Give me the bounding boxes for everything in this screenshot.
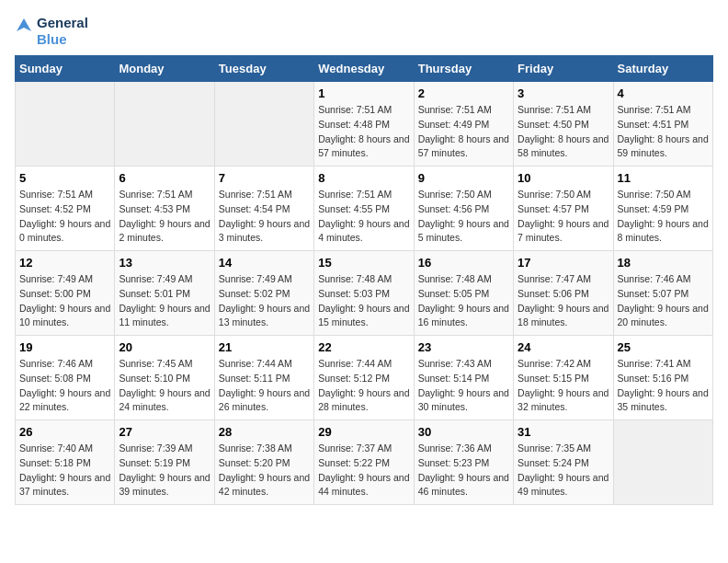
- calendar-cell: 26Sunrise: 7:40 AM Sunset: 5:18 PM Dayli…: [16, 420, 115, 505]
- day-info: Sunrise: 7:44 AM Sunset: 5:11 PM Dayligh…: [219, 358, 310, 412]
- calendar-table: SundayMondayTuesdayWednesdayThursdayFrid…: [15, 55, 713, 505]
- day-info: Sunrise: 7:51 AM Sunset: 4:49 PM Dayligh…: [418, 104, 509, 158]
- header: General Blue: [15, 15, 713, 48]
- calendar-cell: 11Sunrise: 7:50 AM Sunset: 4:59 PM Dayli…: [613, 167, 712, 251]
- calendar-cell: 14Sunrise: 7:49 AM Sunset: 5:02 PM Dayli…: [214, 251, 313, 336]
- day-number: 25: [618, 340, 709, 354]
- weekday-header-wednesday: Wednesday: [314, 56, 414, 82]
- week-row-2: 5Sunrise: 7:51 AM Sunset: 4:52 PM Daylig…: [16, 167, 713, 251]
- day-info: Sunrise: 7:51 AM Sunset: 4:54 PM Dayligh…: [219, 189, 310, 243]
- calendar-cell: [115, 82, 214, 167]
- day-info: Sunrise: 7:51 AM Sunset: 4:50 PM Dayligh…: [518, 104, 609, 158]
- day-number: 7: [219, 171, 310, 185]
- weekday-header-monday: Monday: [115, 56, 214, 82]
- day-number: 6: [119, 171, 210, 185]
- calendar-cell: 20Sunrise: 7:45 AM Sunset: 5:10 PM Dayli…: [115, 336, 214, 420]
- calendar-cell: [214, 82, 313, 167]
- week-row-1: 1Sunrise: 7:51 AM Sunset: 4:48 PM Daylig…: [16, 82, 713, 167]
- day-number: 10: [518, 171, 609, 185]
- day-info: Sunrise: 7:49 AM Sunset: 5:02 PM Dayligh…: [219, 273, 310, 327]
- day-info: Sunrise: 7:37 AM Sunset: 5:22 PM Dayligh…: [318, 442, 409, 497]
- calendar-cell: 13Sunrise: 7:49 AM Sunset: 5:01 PM Dayli…: [115, 251, 214, 336]
- weekday-header-thursday: Thursday: [414, 56, 513, 82]
- day-number: 26: [19, 425, 110, 439]
- day-info: Sunrise: 7:40 AM Sunset: 5:18 PM Dayligh…: [19, 442, 110, 497]
- day-number: 5: [19, 171, 110, 185]
- logo: General Blue: [15, 15, 88, 48]
- day-number: 28: [219, 425, 310, 439]
- day-info: Sunrise: 7:38 AM Sunset: 5:20 PM Dayligh…: [219, 442, 310, 497]
- calendar-cell: 9Sunrise: 7:50 AM Sunset: 4:56 PM Daylig…: [414, 167, 513, 251]
- day-info: Sunrise: 7:49 AM Sunset: 5:01 PM Dayligh…: [119, 273, 210, 327]
- day-info: Sunrise: 7:50 AM Sunset: 4:59 PM Dayligh…: [618, 189, 709, 243]
- day-info: Sunrise: 7:51 AM Sunset: 4:55 PM Dayligh…: [318, 189, 409, 243]
- day-info: Sunrise: 7:48 AM Sunset: 5:05 PM Dayligh…: [418, 273, 509, 327]
- calendar-cell: 12Sunrise: 7:49 AM Sunset: 5:00 PM Dayli…: [16, 251, 115, 336]
- day-number: 11: [618, 171, 709, 185]
- calendar-cell: 18Sunrise: 7:46 AM Sunset: 5:07 PM Dayli…: [613, 251, 712, 336]
- calendar-cell: [16, 82, 115, 167]
- day-number: 23: [418, 340, 509, 354]
- day-number: 19: [19, 340, 110, 354]
- day-number: 21: [219, 340, 310, 354]
- day-info: Sunrise: 7:46 AM Sunset: 5:07 PM Dayligh…: [618, 273, 709, 327]
- calendar-cell: 25Sunrise: 7:41 AM Sunset: 5:16 PM Dayli…: [613, 336, 712, 420]
- day-number: 14: [219, 256, 310, 270]
- day-info: Sunrise: 7:48 AM Sunset: 5:03 PM Dayligh…: [318, 273, 409, 327]
- day-number: 13: [119, 256, 210, 270]
- day-number: 2: [418, 86, 509, 100]
- weekday-header-tuesday: Tuesday: [214, 56, 313, 82]
- calendar-cell: 31Sunrise: 7:35 AM Sunset: 5:24 PM Dayli…: [514, 420, 613, 505]
- day-info: Sunrise: 7:47 AM Sunset: 5:06 PM Dayligh…: [518, 273, 609, 327]
- calendar-cell: 27Sunrise: 7:39 AM Sunset: 5:19 PM Dayli…: [115, 420, 214, 505]
- day-info: Sunrise: 7:35 AM Sunset: 5:24 PM Dayligh…: [518, 442, 609, 497]
- day-number: 12: [19, 256, 110, 270]
- calendar-cell: 19Sunrise: 7:46 AM Sunset: 5:08 PM Dayli…: [16, 336, 115, 420]
- logo-bird-icon: [15, 15, 33, 48]
- day-number: 4: [618, 86, 709, 100]
- day-info: Sunrise: 7:41 AM Sunset: 5:16 PM Dayligh…: [618, 358, 709, 412]
- weekday-header-sunday: Sunday: [16, 56, 115, 82]
- calendar-cell: 7Sunrise: 7:51 AM Sunset: 4:54 PM Daylig…: [214, 167, 313, 251]
- calendar-cell: 6Sunrise: 7:51 AM Sunset: 4:53 PM Daylig…: [115, 167, 214, 251]
- day-number: 9: [418, 171, 509, 185]
- calendar-cell: 1Sunrise: 7:51 AM Sunset: 4:48 PM Daylig…: [314, 82, 414, 167]
- calendar-cell: 17Sunrise: 7:47 AM Sunset: 5:06 PM Dayli…: [514, 251, 613, 336]
- calendar-cell: 2Sunrise: 7:51 AM Sunset: 4:49 PM Daylig…: [414, 82, 513, 167]
- day-info: Sunrise: 7:36 AM Sunset: 5:23 PM Dayligh…: [418, 442, 509, 497]
- calendar-body: 1Sunrise: 7:51 AM Sunset: 4:48 PM Daylig…: [16, 82, 713, 505]
- week-row-3: 12Sunrise: 7:49 AM Sunset: 5:00 PM Dayli…: [16, 251, 713, 336]
- calendar-cell: 8Sunrise: 7:51 AM Sunset: 4:55 PM Daylig…: [314, 167, 414, 251]
- calendar-cell: 15Sunrise: 7:48 AM Sunset: 5:03 PM Dayli…: [314, 251, 414, 336]
- day-info: Sunrise: 7:51 AM Sunset: 4:52 PM Dayligh…: [19, 189, 110, 243]
- day-info: Sunrise: 7:42 AM Sunset: 5:15 PM Dayligh…: [518, 358, 609, 412]
- day-info: Sunrise: 7:46 AM Sunset: 5:08 PM Dayligh…: [19, 358, 110, 412]
- week-row-4: 19Sunrise: 7:46 AM Sunset: 5:08 PM Dayli…: [16, 336, 713, 420]
- calendar-cell: 3Sunrise: 7:51 AM Sunset: 4:50 PM Daylig…: [514, 82, 613, 167]
- day-number: 1: [318, 86, 409, 100]
- day-number: 22: [318, 340, 409, 354]
- day-number: 8: [318, 171, 409, 185]
- logo-container: General Blue: [15, 15, 88, 48]
- day-number: 20: [119, 340, 210, 354]
- day-number: 27: [119, 425, 210, 439]
- svg-marker-0: [17, 18, 31, 31]
- day-info: Sunrise: 7:51 AM Sunset: 4:48 PM Dayligh…: [318, 104, 409, 158]
- day-number: 15: [318, 256, 409, 270]
- day-number: 29: [318, 425, 409, 439]
- calendar-cell: 29Sunrise: 7:37 AM Sunset: 5:22 PM Dayli…: [314, 420, 414, 505]
- day-number: 16: [418, 256, 509, 270]
- calendar-cell: 4Sunrise: 7:51 AM Sunset: 4:51 PM Daylig…: [613, 82, 712, 167]
- calendar-cell: 30Sunrise: 7:36 AM Sunset: 5:23 PM Dayli…: [414, 420, 513, 505]
- day-info: Sunrise: 7:51 AM Sunset: 4:51 PM Dayligh…: [618, 104, 709, 158]
- day-info: Sunrise: 7:44 AM Sunset: 5:12 PM Dayligh…: [318, 358, 409, 412]
- day-number: 31: [518, 425, 609, 439]
- week-row-5: 26Sunrise: 7:40 AM Sunset: 5:18 PM Dayli…: [16, 420, 713, 505]
- calendar-cell: 21Sunrise: 7:44 AM Sunset: 5:11 PM Dayli…: [214, 336, 313, 420]
- day-info: Sunrise: 7:51 AM Sunset: 4:53 PM Dayligh…: [119, 189, 210, 243]
- logo-text: General Blue: [37, 15, 88, 48]
- calendar-cell: 28Sunrise: 7:38 AM Sunset: 5:20 PM Dayli…: [214, 420, 313, 505]
- calendar-cell: 5Sunrise: 7:51 AM Sunset: 4:52 PM Daylig…: [16, 167, 115, 251]
- day-info: Sunrise: 7:50 AM Sunset: 4:57 PM Dayligh…: [518, 189, 609, 243]
- calendar-header: SundayMondayTuesdayWednesdayThursdayFrid…: [16, 56, 713, 82]
